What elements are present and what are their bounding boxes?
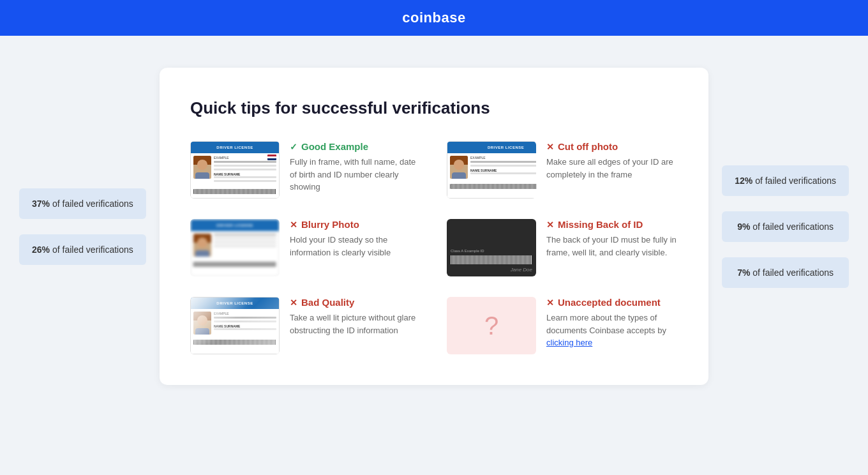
right-badge-3: 7% of failed verifications xyxy=(722,257,849,288)
good-icon: ✓ xyxy=(290,142,297,152)
id-flag xyxy=(267,155,276,160)
unaccepted-desc-pre: Learn more about the types of documents … xyxy=(546,313,666,335)
tip-unaccepted-status: ✕ Unaccepted document xyxy=(546,297,678,308)
right-badge-2: 9% of failed verifications xyxy=(722,211,849,242)
id-cutoff-face xyxy=(454,160,464,170)
tip-missing-back-content: ✕ Missing Back of ID The back of your ID… xyxy=(546,219,678,259)
blurry-bad-icon: ✕ xyxy=(290,220,297,230)
tip-blurry-status: ✕ Blurry Photo xyxy=(290,219,421,230)
id-line-5 xyxy=(214,180,276,182)
right-badge-1-label: of failed verifications xyxy=(755,176,836,186)
id-back-class-label: Class A Example ID xyxy=(451,249,484,253)
tip-missing-back-image: Class A Example ID Jane Doe xyxy=(447,219,536,276)
id-cutoff-line-1 xyxy=(470,161,536,163)
tip-bad-quality-image: DRIVER LICENSE EXAMPLE NA xyxy=(190,297,280,354)
id-photo xyxy=(193,156,211,179)
tip-good-example-status: ✓ Good Example xyxy=(290,141,421,152)
bad-quality-label: Bad Quality xyxy=(301,297,354,308)
left-badge-1: 37% of failed verifications xyxy=(19,188,146,219)
tip-bad-quality-status: ✕ Bad Quality xyxy=(290,297,421,308)
missing-back-desc: The back of your ID must be fully in fra… xyxy=(546,234,678,259)
header: coinbase xyxy=(0,0,868,36)
id-blurry-line-4 xyxy=(214,245,276,247)
id-card-back: Class A Example ID Jane Doe xyxy=(447,219,536,276)
id-line-4 xyxy=(214,176,276,178)
id-glare-photo xyxy=(193,312,211,335)
tips-grid: DRIVER LICENSE EXAMPLE xyxy=(190,141,678,354)
tip-unaccepted-image: ? xyxy=(447,297,536,354)
good-example-label: Good Example xyxy=(301,141,368,152)
missing-back-label: Missing Back of ID xyxy=(558,219,643,230)
tip-cut-off-image: DRIVER LICENSE EXAMPLE xyxy=(447,141,536,199)
id-card-cutoff: DRIVER LICENSE EXAMPLE xyxy=(447,141,536,199)
id-blurry-line-3 xyxy=(214,241,276,243)
id-glare-line-1 xyxy=(214,317,276,319)
id-line-3 xyxy=(214,169,276,170)
id-glare-info: EXAMPLE NAME SURNAME xyxy=(214,312,276,335)
id-card-blurry: DRIVER LICENSE xyxy=(190,219,280,276)
id-back-sig: Jane Doe xyxy=(511,267,532,273)
unaccepted-bad-icon: ✕ xyxy=(546,298,554,308)
right-badge-1: 12% of failed verifications xyxy=(722,165,849,196)
right-badge-3-label: of failed verifications xyxy=(752,268,834,278)
id-glare-name: NAME SURNAME xyxy=(214,324,276,328)
left-badge-1-label: of failed verifications xyxy=(52,199,133,209)
tip-blurry-content: ✕ Blurry Photo Hold your ID steady so th… xyxy=(290,219,421,259)
bad-quality-bad-icon: ✕ xyxy=(290,298,297,308)
id-glare-body-shape xyxy=(195,328,209,335)
left-badges: 37% of failed verifications 26% of faile… xyxy=(19,188,146,265)
id-barcode xyxy=(193,189,276,194)
tip-good-example: DRIVER LICENSE EXAMPLE xyxy=(190,141,421,199)
id-line-1 xyxy=(214,161,276,163)
clicking-here-link[interactable]: clicking here xyxy=(546,338,592,347)
id-cutoff-line-2 xyxy=(470,165,536,167)
id-glare-overlay xyxy=(191,298,279,354)
id-blurry-info xyxy=(214,234,276,257)
id-glare-hair xyxy=(193,312,211,320)
tip-bad-quality-content: ✕ Bad Quality Take a well lit picture wi… xyxy=(290,297,421,336)
unaccepted-question-mark: ? xyxy=(484,312,498,340)
right-badge-2-label: of failed verifications xyxy=(752,222,834,232)
tip-cut-off: DRIVER LICENSE EXAMPLE xyxy=(447,141,678,199)
id-cutoff-photo xyxy=(450,156,468,179)
id-glare-example: EXAMPLE xyxy=(214,312,276,315)
tips-card: Quick tips for successful verifications … xyxy=(160,68,708,385)
id-cutoff-body-shape xyxy=(452,172,466,179)
tip-missing-back-status: ✕ Missing Back of ID xyxy=(546,219,678,230)
bad-quality-desc: Take a well lit picture without glare ob… xyxy=(290,312,421,336)
id-blurry-barcode xyxy=(193,262,276,267)
cut-off-bad-icon: ✕ xyxy=(546,142,554,152)
id-blurry-body-shape xyxy=(195,250,209,257)
id-glare-line-2 xyxy=(214,320,276,322)
id-cutoff-barcode xyxy=(450,184,536,189)
tip-blurry: DRIVER LICENSE xyxy=(190,219,421,276)
unaccepted-desc: Learn more about the types of documents … xyxy=(546,312,678,349)
id-line-2 xyxy=(214,165,276,167)
id-card-glare: DRIVER LICENSE EXAMPLE NA xyxy=(190,297,280,354)
left-badge-2: 26% of failed verifications xyxy=(19,234,146,265)
id-cutoff-example: EXAMPLE xyxy=(470,156,536,160)
id-cutoff-line-3 xyxy=(470,172,536,174)
tip-missing-back: Class A Example ID Jane Doe ✕ Missing Ba… xyxy=(447,219,678,276)
id-cutoff-header: DRIVER LICENSE xyxy=(447,142,536,153)
id-blurry-face xyxy=(197,238,207,248)
blurry-desc: Hold your ID steady so the information i… xyxy=(290,234,421,259)
id-card-unaccepted: ? xyxy=(447,297,536,354)
card-title: Quick tips for successful verifications xyxy=(190,98,678,118)
tip-unaccepted: ? ✕ Unaccepted document Learn more about… xyxy=(447,297,678,354)
id-cutoff-info: EXAMPLE NAME SURNAME xyxy=(470,156,536,179)
right-badge-3-percent: 7% xyxy=(737,268,750,278)
id-cutoff-wrapper: DRIVER LICENSE EXAMPLE xyxy=(447,141,536,199)
tip-good-example-content: ✓ Good Example Fully in frame, with full… xyxy=(290,141,421,193)
right-badge-1-percent: 12% xyxy=(735,176,752,186)
id-header: DRIVER LICENSE xyxy=(191,142,279,153)
id-photo-face xyxy=(197,160,207,170)
left-badge-1-percent: 37% xyxy=(32,199,50,209)
id-blurry-photo xyxy=(193,234,211,257)
id-back-barcode xyxy=(451,255,532,264)
left-badge-2-percent: 26% xyxy=(32,245,50,255)
id-card-good: DRIVER LICENSE EXAMPLE xyxy=(190,141,280,199)
id-cutoff-body: EXAMPLE NAME SURNAME xyxy=(447,153,536,181)
id-blurry-body xyxy=(191,231,279,259)
coinbase-logo: coinbase xyxy=(402,10,465,26)
